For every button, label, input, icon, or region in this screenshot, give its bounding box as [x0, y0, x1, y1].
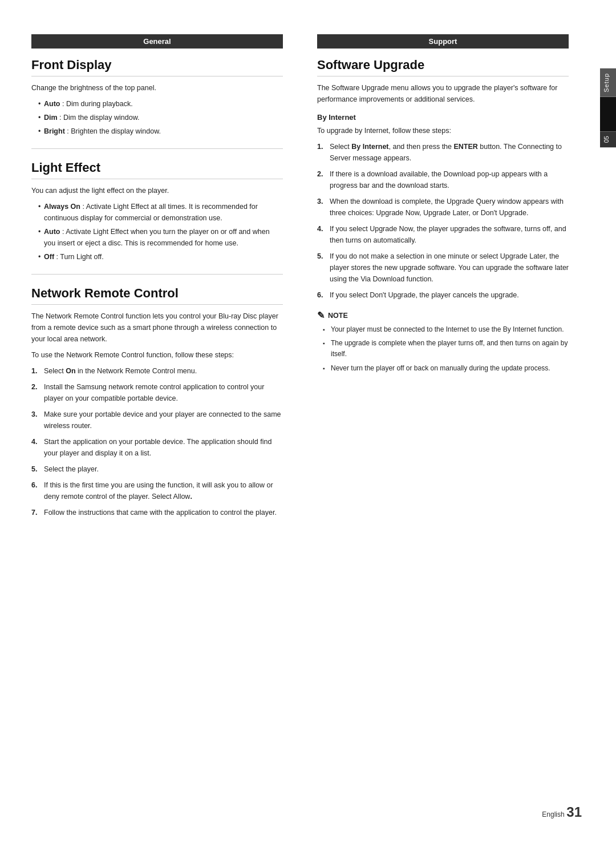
- software-upgrade-section: Software Upgrade The Software Upgrade me…: [317, 58, 569, 374]
- general-header: General: [31, 34, 283, 49]
- by-internet-intro: To upgrade by Internet, follow these ste…: [317, 125, 569, 136]
- network-remote-step-5: 5.Select the player.: [31, 463, 283, 475]
- note-section: ✎ NOTE Your player must be connected to …: [317, 310, 569, 374]
- front-display-bullet-3: Bright : Brighten the display window.: [38, 126, 283, 137]
- front-display-bullets: Auto : Dim during playback. Dim : Dim th…: [38, 98, 283, 137]
- network-remote-step-7: 7.Follow the instructions that came with…: [31, 507, 283, 518]
- network-remote-intro: The Network Remote Control function lets…: [31, 310, 283, 345]
- note-list: Your player must be connected to the Int…: [323, 324, 569, 374]
- page-footer: English 31: [542, 804, 582, 820]
- by-internet-step-3: 3.When the download is complete, the Upg…: [317, 196, 569, 219]
- right-column: Support Software Upgrade The Software Up…: [311, 34, 569, 809]
- note-item-1: Your player must be connected to the Int…: [323, 324, 569, 335]
- light-effect-intro: You can adjust the light effect on the p…: [31, 185, 283, 196]
- network-remote-intro2: To use the Network Remote Control functi…: [31, 349, 283, 361]
- light-effect-bullet-1: Always On : Activate Light Effect at all…: [38, 201, 283, 224]
- left-column: General Front Display Change the brightn…: [31, 34, 294, 809]
- by-internet-step-5: 5.If you do not make a selection in one …: [317, 251, 569, 285]
- light-effect-title: Light Effect: [31, 160, 283, 179]
- network-remote-step-3: 3.Make sure your portable device and you…: [31, 409, 283, 431]
- note-icon: ✎: [317, 310, 325, 321]
- light-effect-bullet-3: Off : Turn Light off.: [38, 251, 283, 263]
- side-tab-label: Setup: [600, 68, 616, 97]
- side-tab: Setup 05: [600, 68, 616, 147]
- footer-page-number: 31: [566, 804, 582, 820]
- front-display-bullet-2: Dim : Dim the display window.: [38, 112, 283, 123]
- front-display-section: Front Display Change the brightness of t…: [31, 58, 283, 137]
- divider-1: [31, 148, 283, 149]
- by-internet-step-6: 6.If you select Don't Upgrade, the playe…: [317, 289, 569, 301]
- by-internet-subsection: By Internet To upgrade by Internet, foll…: [317, 113, 569, 301]
- by-internet-step-1: 1.Select By Internet, and then press the…: [317, 141, 569, 164]
- by-internet-step-2: 2.If there is a download available, the …: [317, 168, 569, 191]
- note-header: ✎ NOTE: [317, 310, 569, 321]
- front-display-title: Front Display: [31, 58, 283, 76]
- network-remote-title: Network Remote Control: [31, 286, 283, 305]
- software-upgrade-title: Software Upgrade: [317, 58, 569, 76]
- software-upgrade-intro: The Software Upgrade menu allows you to …: [317, 82, 569, 105]
- note-item-3: Never turn the player off or back on man…: [323, 363, 569, 374]
- footer-language: English: [542, 810, 564, 818]
- front-display-intro: Change the brightness of the top panel.: [31, 82, 283, 94]
- note-item-2: The upgrade is complete when the player …: [323, 338, 569, 360]
- by-internet-steps: 1.Select By Internet, and then press the…: [317, 141, 569, 301]
- side-tab-number: 05: [600, 131, 616, 147]
- content-area: General Front Display Change the brightn…: [0, 0, 600, 843]
- light-effect-bullets: Always On : Activate Light Effect at all…: [38, 201, 283, 263]
- network-remote-step-6: 6.If this is the first time you are usin…: [31, 479, 283, 502]
- light-effect-section: Light Effect You can adjust the light ef…: [31, 160, 283, 263]
- network-remote-step-2: 2.Install the Samsung network remote con…: [31, 381, 283, 404]
- note-label: NOTE: [328, 312, 348, 320]
- side-tab-black-bar: [600, 97, 616, 131]
- support-header: Support: [317, 34, 569, 49]
- network-remote-step-4: 4.Start the application on your portable…: [31, 436, 283, 459]
- light-effect-bullet-2: Auto : Activate Light Effect when you tu…: [38, 226, 283, 249]
- divider-2: [31, 274, 283, 275]
- front-display-bullet-1: Auto : Dim during playback.: [38, 98, 283, 110]
- network-remote-steps: 1.Select On in the Network Remote Contro…: [31, 365, 283, 518]
- network-remote-step-1: 1.Select On in the Network Remote Contro…: [31, 365, 283, 377]
- by-internet-step-4: 4.If you select Upgrade Now, the player …: [317, 223, 569, 246]
- network-remote-section: Network Remote Control The Network Remot…: [31, 286, 283, 518]
- page-container: Setup 05 General Front Display Change th…: [0, 0, 616, 843]
- by-internet-title: By Internet: [317, 113, 569, 122]
